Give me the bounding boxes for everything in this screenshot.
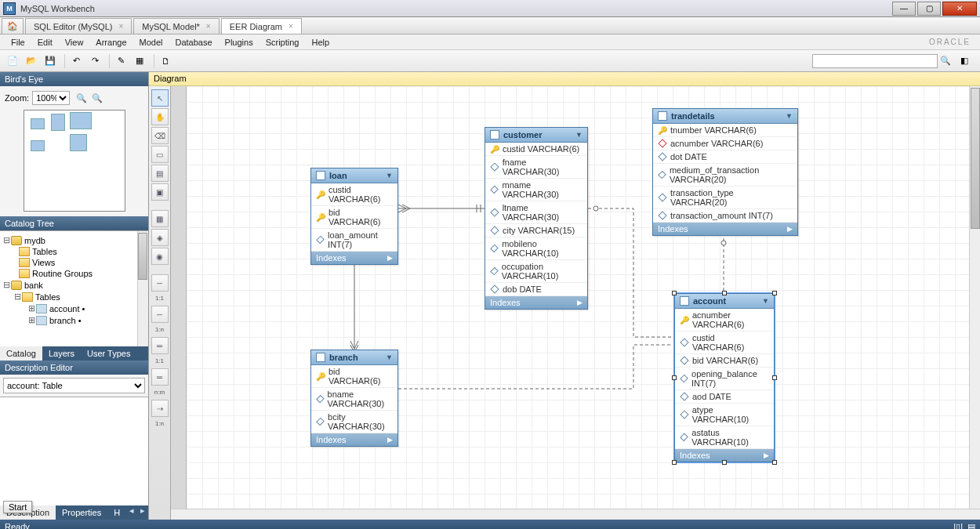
tab-sql-editor[interactable]: SQL Editor (MySQL) × xyxy=(25,18,132,34)
catalog-tab-catalog[interactable]: Catalog xyxy=(0,346,42,361)
status-layout-icon[interactable]: |▯| xyxy=(953,522,963,530)
rel-1-1-id-icon[interactable]: ═ xyxy=(151,337,169,354)
expand-icon[interactable]: ▶ xyxy=(577,299,583,306)
rel-label: 1:1 xyxy=(155,293,164,304)
tree-node[interactable]: bank xyxy=(24,281,43,290)
description-select[interactable]: account: Table xyxy=(3,378,145,393)
validate-icon[interactable]: ✎ xyxy=(113,53,129,69)
rel-label: n:m xyxy=(154,387,165,398)
col-icon xyxy=(680,392,688,400)
rel-n-m-icon[interactable]: ═ xyxy=(151,368,169,386)
undo-icon[interactable]: ↶ xyxy=(68,53,84,69)
collapse-icon[interactable]: ▼ xyxy=(762,297,769,305)
catalog-tree[interactable]: ⊟mydb Tables Views Routine Groups ⊟bank … xyxy=(0,230,148,346)
note-tool-icon[interactable]: ▤ xyxy=(151,165,169,182)
menu-arrange[interactable]: Arrange xyxy=(89,38,132,47)
table-tool-icon[interactable]: ▦ xyxy=(151,210,169,227)
description-body[interactable] xyxy=(0,397,148,506)
tree-node[interactable]: Views xyxy=(32,258,55,267)
menu-scripting[interactable]: Scripting xyxy=(260,38,306,47)
indexes-label[interactable]: Indexes xyxy=(490,298,521,307)
nav-prev-icon[interactable]: ◂ xyxy=(126,505,137,520)
menu-file[interactable]: File xyxy=(5,38,31,47)
horizontal-scrollbar[interactable] xyxy=(171,509,980,520)
diagram-canvas[interactable]: loan▼ 🔑custid VARCHAR(6) 🔑bid VARCHAR(6)… xyxy=(171,86,980,520)
find-icon[interactable]: 🔍 xyxy=(938,53,953,69)
export-icon[interactable]: 🗋 xyxy=(158,53,173,69)
tab-eer-diagram[interactable]: EER Diagram × xyxy=(221,18,302,34)
table-icon xyxy=(680,296,689,306)
status-panel-icon[interactable]: ▤ xyxy=(967,522,975,530)
menu-help[interactable]: Help xyxy=(305,38,336,47)
catalog-tab-layers[interactable]: Layers xyxy=(42,346,81,361)
layer-tool-icon[interactable]: ▭ xyxy=(151,146,169,163)
zoom-in-icon[interactable]: 🔍 xyxy=(74,91,89,105)
tab-mysql-model[interactable]: MySQL Model* × xyxy=(133,18,219,34)
close-button[interactable]: ✕ xyxy=(942,2,977,16)
catalog-tab-usertypes[interactable]: User Types xyxy=(81,346,136,361)
tree-scrollbar[interactable] xyxy=(137,231,148,346)
indexes-label[interactable]: Indexes xyxy=(680,451,710,460)
menu-plugins[interactable]: Plugins xyxy=(219,38,260,47)
indexes-label[interactable]: Indexes xyxy=(316,435,347,444)
tree-node[interactable]: branch • xyxy=(49,316,82,325)
search-input[interactable] xyxy=(812,54,938,68)
vertical-scrollbar[interactable] xyxy=(969,86,980,520)
open-file-icon[interactable]: 📂 xyxy=(24,53,39,69)
indexes-label[interactable]: Indexes xyxy=(316,253,347,263)
menu-model[interactable]: Model xyxy=(133,38,169,47)
tree-node[interactable]: mydb xyxy=(24,236,45,245)
maximize-button[interactable]: ▢ xyxy=(917,2,941,16)
home-tab-icon[interactable]: 🏠 xyxy=(2,18,24,34)
rel-1-1-icon[interactable]: ─ xyxy=(151,274,169,292)
tree-node[interactable]: account • xyxy=(49,304,85,313)
redo-icon[interactable]: ↷ xyxy=(87,53,103,69)
eraser-tool-icon[interactable]: ⌫ xyxy=(151,127,169,144)
start-button[interactable]: Start xyxy=(3,501,32,513)
collapse-icon[interactable]: ▼ xyxy=(575,131,583,139)
collapse-icon[interactable]: ▼ xyxy=(386,172,393,179)
expand-icon[interactable]: ▶ xyxy=(387,436,393,444)
menu-database[interactable]: Database xyxy=(169,38,218,47)
entity-loan[interactable]: loan▼ 🔑custid VARCHAR(6) 🔑bid VARCHAR(6)… xyxy=(310,168,398,265)
rel-1-n-icon[interactable]: ─ xyxy=(151,306,169,323)
tree-node[interactable]: Tables xyxy=(35,292,60,302)
rel-label: 1:n xyxy=(155,418,164,429)
desc-tab-history[interactable]: H xyxy=(107,505,126,520)
tree-node[interactable]: Routine Groups xyxy=(32,269,93,278)
minimize-button[interactable]: — xyxy=(892,2,916,16)
zoom-out-icon[interactable]: 🔍 xyxy=(90,91,104,105)
expand-icon[interactable]: ▶ xyxy=(787,225,793,233)
entity-customer[interactable]: customer▼ 🔑custid VARCHAR(6) fname VARCH… xyxy=(485,127,588,310)
panel-toggle-icon[interactable]: ◧ xyxy=(956,53,972,69)
tab-close-icon[interactable]: × xyxy=(118,22,123,31)
tab-close-icon[interactable]: × xyxy=(206,22,211,31)
expand-icon[interactable]: ▶ xyxy=(387,254,393,262)
zoom-select[interactable]: 100% xyxy=(32,91,70,105)
tree-node[interactable]: Tables xyxy=(32,247,57,256)
catalog-bottom-tabs: Catalog Layers User Types xyxy=(0,346,148,361)
new-file-icon[interactable]: 📄 xyxy=(5,53,20,69)
indexes-label[interactable]: Indexes xyxy=(658,224,688,234)
collapse-icon[interactable]: ▼ xyxy=(386,353,393,361)
menubar: File Edit View Arrange Model Database Pl… xyxy=(0,34,980,50)
hand-tool-icon[interactable]: ✋ xyxy=(151,108,169,125)
image-tool-icon[interactable]: ▣ xyxy=(151,183,169,201)
expand-icon[interactable]: ▶ xyxy=(764,451,769,459)
desc-tab-properties[interactable]: Properties xyxy=(56,505,107,520)
tab-close-icon[interactable]: × xyxy=(289,22,293,31)
rel-existing-icon[interactable]: ⇢ xyxy=(151,400,169,417)
pointer-tool-icon[interactable]: ↖ xyxy=(151,89,169,107)
grid-icon[interactable]: ▦ xyxy=(132,53,147,69)
collapse-icon[interactable]: ▼ xyxy=(786,112,793,120)
minimap[interactable] xyxy=(24,110,125,212)
nav-next-icon[interactable]: ▸ xyxy=(137,505,148,520)
menu-edit[interactable]: Edit xyxy=(31,38,59,47)
save-icon[interactable]: 💾 xyxy=(42,53,58,69)
view-tool-icon[interactable]: ◈ xyxy=(151,229,169,246)
routine-tool-icon[interactable]: ◉ xyxy=(151,248,169,265)
entity-branch[interactable]: branch▼ 🔑bid VARCHAR(6) bname VARCHAR(30… xyxy=(310,350,398,447)
entity-account[interactable]: account▼ 🔑acnumber VARCHAR(6) custid VAR… xyxy=(674,293,775,462)
menu-view[interactable]: View xyxy=(59,38,90,47)
entity-trandetails[interactable]: trandetails▼ 🔑tnumber VARCHAR(6) acnumbe… xyxy=(652,108,798,236)
